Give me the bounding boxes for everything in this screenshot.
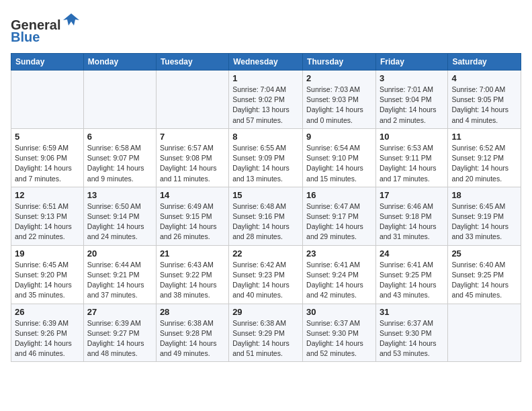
- day-info: Sunrise: 6:59 AMSunset: 9:06 PMDaylight:…: [15, 143, 80, 184]
- day-number: 21: [160, 248, 225, 259]
- day-info: Sunrise: 7:03 AMSunset: 9:03 PMDaylight:…: [306, 85, 372, 126]
- day-number: 24: [380, 248, 444, 259]
- weekday-row: SundayMondayTuesdayWednesdayThursdayFrid…: [11, 54, 521, 71]
- calendar-cell: [11, 71, 84, 129]
- day-info: Sunrise: 6:43 AMSunset: 9:22 PMDaylight:…: [160, 260, 225, 301]
- calendar-cell: [156, 71, 228, 129]
- day-info: Sunrise: 6:58 AMSunset: 9:07 PMDaylight:…: [87, 143, 152, 184]
- calendar-cell: 13Sunrise: 6:50 AMSunset: 9:14 PMDayligh…: [83, 187, 156, 245]
- calendar-cell: 5Sunrise: 6:59 AMSunset: 9:06 PMDaylight…: [11, 128, 84, 187]
- day-info: Sunrise: 6:54 AMSunset: 9:10 PMDaylight:…: [306, 143, 372, 184]
- day-number: 7: [160, 132, 225, 142]
- calendar-cell: 16Sunrise: 6:47 AMSunset: 9:17 PMDayligh…: [303, 187, 376, 245]
- calendar-cell: 28Sunrise: 6:38 AMSunset: 9:28 PMDayligh…: [156, 304, 228, 362]
- calendar-cell: 15Sunrise: 6:48 AMSunset: 9:16 PMDayligh…: [229, 187, 303, 245]
- day-number: 10: [380, 132, 444, 142]
- calendar-week-4: 19Sunrise: 6:45 AMSunset: 9:20 PMDayligh…: [11, 245, 521, 304]
- day-number: 22: [232, 248, 299, 259]
- day-number: 30: [306, 307, 372, 317]
- weekday-header-monday: Monday: [83, 54, 156, 71]
- logo-bird-icon: [62, 11, 81, 30]
- day-number: 19: [15, 248, 80, 259]
- day-info: Sunrise: 6:39 AMSunset: 9:26 PMDaylight:…: [15, 318, 80, 359]
- weekday-header-saturday: Saturday: [448, 54, 521, 71]
- day-number: 18: [451, 190, 517, 200]
- day-number: 23: [306, 248, 372, 259]
- day-info: Sunrise: 6:41 AMSunset: 9:24 PMDaylight:…: [306, 260, 372, 301]
- calendar-cell: [448, 304, 521, 362]
- day-number: 15: [232, 190, 299, 200]
- calendar-week-1: 1Sunrise: 7:04 AMSunset: 9:02 PMDaylight…: [11, 71, 521, 129]
- day-number: 3: [380, 73, 444, 83]
- day-info: Sunrise: 6:50 AMSunset: 9:14 PMDaylight:…: [87, 201, 152, 242]
- day-info: Sunrise: 6:47 AMSunset: 9:17 PMDaylight:…: [306, 201, 372, 242]
- day-info: Sunrise: 7:04 AMSunset: 9:02 PMDaylight:…: [232, 85, 299, 126]
- calendar-cell: 20Sunrise: 6:44 AMSunset: 9:21 PMDayligh…: [83, 245, 156, 304]
- day-info: Sunrise: 6:52 AMSunset: 9:12 PMDaylight:…: [451, 143, 517, 184]
- calendar-cell: 24Sunrise: 6:41 AMSunset: 9:25 PMDayligh…: [375, 245, 447, 304]
- calendar-cell: 11Sunrise: 6:52 AMSunset: 9:12 PMDayligh…: [448, 128, 521, 187]
- day-info: Sunrise: 6:37 AMSunset: 9:30 PMDaylight:…: [380, 318, 444, 359]
- calendar-header: SundayMondayTuesdayWednesdayThursdayFrid…: [11, 54, 521, 71]
- day-number: 2: [306, 73, 372, 83]
- day-info: Sunrise: 6:37 AMSunset: 9:30 PMDaylight:…: [306, 318, 372, 359]
- calendar-week-5: 26Sunrise: 6:39 AMSunset: 9:26 PMDayligh…: [11, 304, 521, 362]
- calendar-cell: 25Sunrise: 6:40 AMSunset: 9:25 PMDayligh…: [448, 245, 521, 304]
- calendar-week-2: 5Sunrise: 6:59 AMSunset: 9:06 PMDaylight…: [11, 128, 521, 187]
- calendar-cell: 2Sunrise: 7:03 AMSunset: 9:03 PMDaylight…: [303, 71, 376, 129]
- day-number: 4: [451, 73, 517, 83]
- day-number: 31: [380, 307, 444, 317]
- day-number: 5: [15, 132, 80, 142]
- calendar-cell: 27Sunrise: 6:39 AMSunset: 9:27 PMDayligh…: [83, 304, 156, 362]
- day-number: 17: [380, 190, 444, 200]
- day-info: Sunrise: 6:45 AMSunset: 9:19 PMDaylight:…: [451, 201, 517, 242]
- calendar-cell: 9Sunrise: 6:54 AMSunset: 9:10 PMDaylight…: [303, 128, 376, 187]
- day-info: Sunrise: 7:01 AMSunset: 9:04 PMDaylight:…: [380, 85, 444, 126]
- calendar-cell: 29Sunrise: 6:38 AMSunset: 9:29 PMDayligh…: [229, 304, 303, 362]
- svg-marker-0: [63, 13, 79, 26]
- day-info: Sunrise: 6:49 AMSunset: 9:15 PMDaylight:…: [160, 201, 225, 242]
- day-number: 6: [87, 132, 152, 142]
- day-info: Sunrise: 6:55 AMSunset: 9:09 PMDaylight:…: [232, 143, 299, 184]
- calendar-cell: 14Sunrise: 6:49 AMSunset: 9:15 PMDayligh…: [156, 187, 228, 245]
- day-number: 25: [451, 248, 517, 259]
- calendar-cell: 12Sunrise: 6:51 AMSunset: 9:13 PMDayligh…: [11, 187, 84, 245]
- day-info: Sunrise: 6:51 AMSunset: 9:13 PMDaylight:…: [15, 201, 80, 242]
- calendar-cell: 7Sunrise: 6:57 AMSunset: 9:08 PMDaylight…: [156, 128, 228, 187]
- day-info: Sunrise: 6:46 AMSunset: 9:18 PMDaylight:…: [380, 201, 444, 242]
- day-info: Sunrise: 6:44 AMSunset: 9:21 PMDaylight:…: [87, 260, 152, 301]
- day-number: 8: [232, 132, 299, 142]
- day-number: 12: [15, 190, 80, 200]
- day-info: Sunrise: 6:40 AMSunset: 9:25 PMDaylight:…: [451, 260, 517, 301]
- calendar-cell: 21Sunrise: 6:43 AMSunset: 9:22 PMDayligh…: [156, 245, 228, 304]
- day-number: 14: [160, 190, 225, 200]
- day-info: Sunrise: 6:48 AMSunset: 9:16 PMDaylight:…: [232, 201, 299, 242]
- page: General Blue SundayMondayTuesdayWednesda…: [0, 0, 532, 369]
- day-number: 9: [306, 132, 372, 142]
- calendar-cell: 18Sunrise: 6:45 AMSunset: 9:19 PMDayligh…: [448, 187, 521, 245]
- calendar-cell: 10Sunrise: 6:53 AMSunset: 9:11 PMDayligh…: [375, 128, 447, 187]
- logo: General Blue: [11, 11, 81, 45]
- day-info: Sunrise: 6:39 AMSunset: 9:27 PMDaylight:…: [87, 318, 152, 359]
- day-number: 20: [87, 248, 152, 259]
- calendar-cell: 31Sunrise: 6:37 AMSunset: 9:30 PMDayligh…: [375, 304, 447, 362]
- calendar-cell: 1Sunrise: 7:04 AMSunset: 9:02 PMDaylight…: [229, 71, 303, 129]
- day-number: 26: [15, 307, 80, 317]
- day-number: 27: [87, 307, 152, 317]
- calendar-week-3: 12Sunrise: 6:51 AMSunset: 9:13 PMDayligh…: [11, 187, 521, 245]
- calendar-table: SundayMondayTuesdayWednesdayThursdayFrid…: [11, 53, 521, 362]
- day-info: Sunrise: 6:38 AMSunset: 9:28 PMDaylight:…: [160, 318, 225, 359]
- calendar-cell: 22Sunrise: 6:42 AMSunset: 9:23 PMDayligh…: [229, 245, 303, 304]
- calendar-cell: 4Sunrise: 7:00 AMSunset: 9:05 PMDaylight…: [448, 71, 521, 129]
- day-info: Sunrise: 6:53 AMSunset: 9:11 PMDaylight:…: [380, 143, 444, 184]
- calendar-cell: 26Sunrise: 6:39 AMSunset: 9:26 PMDayligh…: [11, 304, 84, 362]
- day-info: Sunrise: 6:41 AMSunset: 9:25 PMDaylight:…: [380, 260, 444, 301]
- calendar-cell: 30Sunrise: 6:37 AMSunset: 9:30 PMDayligh…: [303, 304, 376, 362]
- day-number: 11: [451, 132, 517, 142]
- weekday-header-thursday: Thursday: [303, 54, 376, 71]
- weekday-header-wednesday: Wednesday: [229, 54, 303, 71]
- weekday-header-sunday: Sunday: [11, 54, 84, 71]
- weekday-header-friday: Friday: [375, 54, 447, 71]
- day-info: Sunrise: 6:45 AMSunset: 9:20 PMDaylight:…: [15, 260, 80, 301]
- day-number: 13: [87, 190, 152, 200]
